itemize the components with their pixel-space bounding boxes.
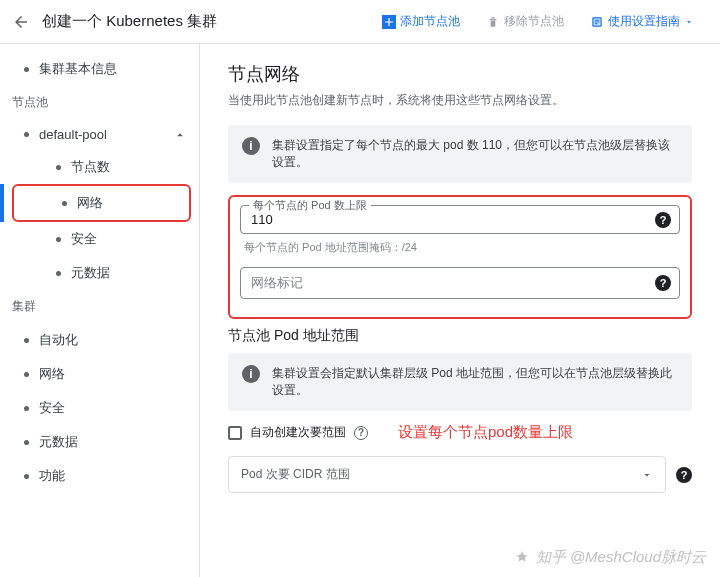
auto-create-range-checkbox[interactable]	[228, 426, 242, 440]
info-icon: i	[242, 365, 260, 383]
info-text: 集群设置指定了每个节点的最大 pod 数 110，但您可以在节点池级层替换该设置…	[272, 137, 678, 171]
bullet-icon	[56, 237, 61, 242]
sidebar-item-pool-network[interactable]: 网络	[14, 186, 189, 220]
active-indicator	[0, 184, 4, 222]
bullet-icon	[24, 67, 29, 72]
info-icon: i	[242, 137, 260, 155]
info-banner-pod-max: i 集群设置指定了每个节点的最大 pod 数 110，但您可以在节点池级层替换该…	[228, 125, 692, 183]
sidebar-item-cluster-network[interactable]: 网络	[0, 357, 199, 391]
sidebar-item-pool-security[interactable]: 安全	[0, 222, 199, 256]
sidebar-label: 功能	[39, 467, 65, 485]
help-icon[interactable]: ?	[655, 212, 671, 228]
pod-mask-note: 每个节点的 Pod 地址范围掩码：/24	[244, 240, 680, 255]
help-icon[interactable]: ?	[676, 467, 692, 483]
help-icon[interactable]: ?	[655, 275, 671, 291]
cidr-range-placeholder: Pod 次要 CIDR 范围	[241, 466, 350, 483]
cidr-range-select[interactable]: Pod 次要 CIDR 范围	[228, 456, 666, 493]
pod-limit-value: 110	[251, 212, 645, 227]
main-heading: 节点网络	[228, 62, 692, 86]
sidebar: 集群基本信息 节点池 default-pool 节点数 网络	[0, 44, 200, 577]
bullet-icon	[62, 201, 67, 206]
setup-guide-button[interactable]: 使用设置指南	[590, 13, 694, 30]
sidebar-label: 集群基本信息	[39, 60, 117, 78]
sidebar-item-features[interactable]: 功能	[0, 459, 199, 493]
sidebar-label: 安全	[39, 399, 65, 417]
add-node-pool-button[interactable]: 添加节点池	[382, 13, 460, 30]
auto-create-range-label: 自动创建次要范围	[250, 424, 346, 441]
bullet-icon	[24, 372, 29, 377]
sidebar-item-automation[interactable]: 自动化	[0, 323, 199, 357]
sidebar-section-label: 节点池	[12, 94, 48, 111]
sidebar-item-pool-metadata[interactable]: 元数据	[0, 256, 199, 290]
info-banner-pod-range: i 集群设置会指定默认集群层级 Pod 地址范围，但您可以在节点池层级替换此设置…	[228, 353, 692, 411]
add-node-pool-label: 添加节点池	[400, 13, 460, 30]
sidebar-label: 节点数	[71, 158, 110, 176]
setup-guide-label: 使用设置指南	[608, 13, 680, 30]
bullet-icon	[56, 165, 61, 170]
chevron-up-icon	[173, 128, 187, 142]
pod-range-heading: 节点池 Pod 地址范围	[228, 327, 692, 345]
help-icon[interactable]: ?	[354, 426, 368, 440]
pod-limit-field[interactable]: 每个节点的 Pod 数上限 110 ?	[240, 205, 680, 234]
bullet-icon	[24, 406, 29, 411]
bullet-icon	[24, 132, 29, 137]
sidebar-item-default-pool[interactable]: default-pool	[0, 119, 199, 150]
sidebar-item-cluster-security[interactable]: 安全	[0, 391, 199, 425]
back-arrow-icon[interactable]	[12, 13, 30, 31]
remove-node-pool-label: 移除节点池	[504, 13, 564, 30]
info-text: 集群设置会指定默认集群层级 Pod 地址范围，但您可以在节点池层级替换此设置。	[272, 365, 678, 399]
sidebar-item-network-highlight: 网络	[12, 184, 191, 222]
annotation-text: 设置每个节点pod数量上限	[398, 423, 573, 442]
bullet-icon	[24, 338, 29, 343]
bullet-icon	[24, 474, 29, 479]
sidebar-item-node-count[interactable]: 节点数	[0, 150, 199, 184]
sidebar-label: default-pool	[39, 127, 107, 142]
top-bar: 创建一个 Kubernetes 集群 添加节点池 移除节点池 使用设置指南	[0, 0, 720, 44]
sidebar-section-cluster: 集群	[0, 290, 199, 323]
main-content: 节点网络 当使用此节点池创建新节点时，系统将使用这些节点网络设置。 i 集群设置…	[200, 44, 720, 577]
sidebar-label: 元数据	[71, 264, 110, 282]
bullet-icon	[24, 440, 29, 445]
highlight-box: 每个节点的 Pod 数上限 110 ? 每个节点的 Pod 地址范围掩码：/24…	[228, 195, 692, 319]
network-tag-placeholder: 网络标记	[251, 274, 645, 292]
sidebar-label: 网络	[77, 194, 103, 212]
network-tag-field[interactable]: 网络标记 ?	[240, 267, 680, 299]
pod-limit-label: 每个节点的 Pod 数上限	[249, 198, 371, 213]
sidebar-label: 元数据	[39, 433, 78, 451]
remove-node-pool-button: 移除节点池	[486, 13, 564, 30]
dropdown-arrow-icon	[641, 469, 653, 481]
sidebar-label: 安全	[71, 230, 97, 248]
bullet-icon	[56, 271, 61, 276]
main-description: 当使用此节点池创建新节点时，系统将使用这些节点网络设置。	[228, 92, 692, 109]
sidebar-item-cluster-metadata[interactable]: 元数据	[0, 425, 199, 459]
cidr-select-row: Pod 次要 CIDR 范围 ?	[228, 456, 692, 493]
sidebar-section-label: 集群	[12, 298, 36, 315]
page-title: 创建一个 Kubernetes 集群	[42, 12, 217, 31]
sidebar-label: 网络	[39, 365, 65, 383]
auto-create-range-row: 自动创建次要范围 ? 设置每个节点pod数量上限	[228, 423, 692, 442]
sidebar-section-node-pools: 节点池	[0, 86, 199, 119]
sidebar-item-cluster-basics[interactable]: 集群基本信息	[0, 52, 199, 86]
sidebar-label: 自动化	[39, 331, 78, 349]
